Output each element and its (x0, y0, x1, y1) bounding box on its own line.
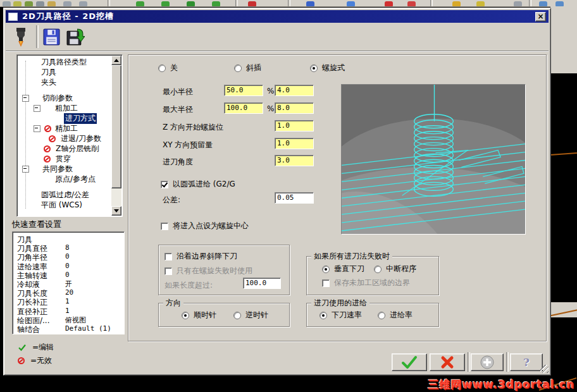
helix-fail-only-checkbox[interactable]: 只有在螺旋失败时使用 (164, 266, 252, 276)
tree-item[interactable]: 进退/刀参数 (18, 133, 111, 144)
scroll-down-button[interactable] (111, 206, 121, 216)
minus-expander-icon[interactable] (22, 166, 29, 173)
ramp-entry-label: 沿着边界斜降下刀 (177, 251, 237, 262)
toolbar-separator (36, 25, 39, 48)
toolbar-icon-sliver (187, 1, 195, 6)
radio-skip[interactable]: 中断程序 (374, 264, 416, 274)
triangle-up-icon (114, 59, 119, 62)
tree-item-label: 贯穿 (54, 154, 72, 164)
watermark: 三维网www.3dportal.cn (428, 377, 574, 392)
toolpath-line (550, 152, 577, 156)
max-radius-value-field[interactable]: 8.0 (275, 102, 314, 114)
toolbar-icon-sliver (79, 1, 87, 6)
radio-icon-selected (320, 312, 327, 319)
radio-entry-helix[interactable]: 螺旋式 (310, 63, 345, 73)
tree-item[interactable]: 圆弧过虑/公差 (18, 190, 111, 200)
tree-item[interactable]: 粗加工 (18, 103, 111, 113)
radio-plunge[interactable]: 垂直下刀 (322, 264, 364, 274)
z-start-field[interactable]: 1.0 (275, 120, 314, 132)
cancel-button[interactable] (430, 353, 465, 371)
qv-value: 20 (65, 288, 73, 297)
helix-fail-only-label: 只有在螺旋失败时使用 (177, 266, 252, 276)
toolbar-icon-sliver (476, 1, 485, 6)
xy-stock-field[interactable]: 1.0 (275, 138, 314, 149)
radio-label: 关 (170, 63, 178, 73)
parameters-panel: 关 斜插 螺旋式 最小半径 50.0 % 4.0 最大半径 100.0 % 8.… (128, 54, 547, 341)
quickview-row: 刀具直径8 (17, 243, 124, 252)
arc-feed-checkbox[interactable]: 以圆弧进给 (G2/G (161, 179, 235, 190)
scroll-up-button[interactable] (111, 56, 121, 65)
save-boundary-checkbox[interactable]: 保存未加工区域的边界 (322, 278, 410, 288)
tree-scrollbar[interactable] (111, 56, 121, 216)
tree-item[interactable]: 夹头 (18, 77, 111, 87)
minus-expander-icon[interactable] (34, 105, 40, 112)
radio-label: 斜插 (246, 63, 261, 73)
toolbar-icon-sliver (407, 1, 416, 6)
z-start-label: Z 方向开始螺旋位 (163, 122, 223, 133)
dialog-titlebar[interactable]: 2D刀具路径 - 2D挖槽 × (6, 10, 549, 23)
resize-grip[interactable] (540, 365, 549, 373)
minus-expander-icon[interactable] (22, 95, 29, 102)
radio-feed-rate[interactable]: 进给率 (378, 310, 413, 321)
qv-label: 冷却液 (17, 279, 65, 288)
min-radius-percent-field[interactable]: 50.0 (224, 85, 263, 96)
footer-separator (468, 352, 470, 372)
tree-item-selected[interactable]: 进刀方式 (18, 113, 111, 123)
help-button[interactable]: ? (510, 353, 543, 371)
helix-preview-graphic (342, 85, 525, 234)
tree-item[interactable]: 原点/参考点 (18, 174, 111, 184)
tree-item[interactable]: Z轴分层铣削 (18, 144, 111, 154)
radio-clockwise[interactable]: 顺时针 (182, 310, 216, 321)
load-parameters-button[interactable] (64, 25, 87, 49)
qv-label: 刀具直径 (17, 243, 65, 252)
quickview-row: 刀具长度20 (17, 288, 124, 297)
tree-item[interactable]: 刀具 (18, 67, 111, 77)
qv-label: 刀具 (17, 235, 65, 243)
tolerance-field[interactable]: 0.05 (275, 192, 314, 204)
ramp-entry-checkbox[interactable]: 沿着边界斜降下刀 (164, 251, 237, 262)
tree-item-label: 平面 (WCS) (40, 200, 84, 211)
tree-item[interactable]: 共同参数 (18, 164, 111, 174)
tree-item[interactable]: 精加工 (18, 123, 111, 133)
tree-item-label: 刀具 (40, 67, 58, 78)
radio-entry-off[interactable]: 关 (158, 63, 178, 73)
save-parameters-button[interactable] (40, 25, 63, 49)
toolbar-icon-sliver (539, 1, 547, 6)
minus-expander-icon[interactable] (34, 125, 40, 132)
prohibit-icon (49, 135, 56, 142)
screen: 三维网www.3dportal.cn 2D刀具路径 - 2D挖槽 × (0, 0, 577, 392)
max-radius-label: 最大半径 (163, 104, 193, 115)
tree-item[interactable]: 贯穿 (18, 154, 111, 164)
red-x-icon (440, 355, 454, 369)
close-button[interactable]: × (535, 12, 546, 21)
radio-plunge-rate[interactable]: 下刀速率 (320, 310, 362, 321)
apply-button[interactable] (471, 353, 504, 371)
scrollbar-thumb[interactable] (111, 65, 121, 188)
tree-item-label: 进退/刀参数 (59, 133, 102, 144)
triangle-down-icon (114, 209, 119, 212)
tree-item-label: Z轴分层铣削 (54, 144, 100, 154)
window-icon (8, 13, 18, 21)
green-check-icon (18, 344, 27, 352)
legend-edit: =编辑 (18, 342, 54, 353)
entry-angle-field[interactable]: 3.0 (275, 155, 314, 166)
min-radius-value-field[interactable]: 4.0 (275, 85, 314, 96)
quickview-panel: 刀具 刀具直径8 刀角半径0 进给速率0 主轴转速0 冷却液开 刀具长度20 刀… (12, 231, 125, 334)
tree-item[interactable]: 切削参数 (18, 93, 111, 103)
tree-item[interactable]: 刀具路径类型 (18, 57, 111, 67)
max-radius-percent-field[interactable]: 100.0 (224, 102, 263, 114)
toolbar-icon-sliver (385, 1, 393, 6)
entry-point-center-checkbox[interactable]: 将进入点设为螺旋中心 (161, 221, 249, 231)
toolbar-icon-sliver (3, 1, 11, 6)
length-exceed-field[interactable]: 100.0 (243, 278, 281, 289)
radio-counterclockwise[interactable]: 逆时针 (233, 310, 268, 321)
tree-item[interactable]: 平面 (WCS) (18, 200, 111, 210)
app-toolbar[interactable] (0, 0, 577, 7)
toolbar-icon-sliver (555, 1, 564, 6)
qv-label: 主轴转速 (17, 271, 65, 279)
radio-entry-ramp[interactable]: 斜插 (234, 63, 261, 73)
tool-display-button[interactable] (9, 25, 32, 49)
ok-button[interactable] (392, 353, 427, 371)
quickview-row: 轴结合Default (1) (17, 324, 124, 333)
qv-label: 刀长补正 (17, 297, 65, 306)
